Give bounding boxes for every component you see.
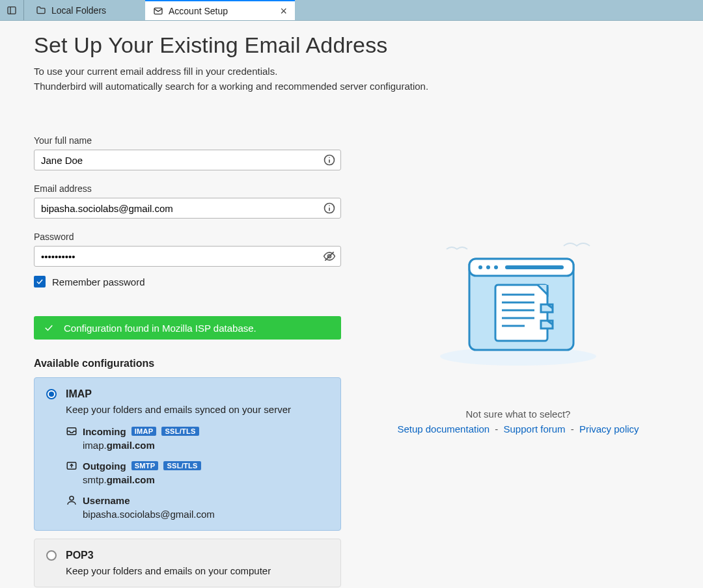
close-icon[interactable]: × — [260, 5, 287, 17]
folder-icon — [36, 5, 46, 16]
svg-rect-0 — [8, 7, 16, 14]
outgoing-label: Outgoing — [83, 461, 126, 472]
checkbox-checked-icon — [34, 276, 46, 287]
info-icon[interactable] — [323, 154, 336, 167]
page-title: Set Up Your Existing Email Address — [34, 33, 669, 58]
name-input[interactable] — [34, 150, 341, 170]
name-label: Your full name — [34, 135, 341, 146]
svg-point-14 — [70, 496, 74, 500]
folder-pane-toggle[interactable] — [0, 0, 23, 20]
tab-bar: Local Folders Account Setup × — [0, 0, 703, 21]
password-input[interactable] — [34, 246, 341, 267]
pop3-title: POP3 — [66, 550, 94, 561]
radio-checked-icon — [46, 389, 57, 399]
status-success: Configuration found in Mozilla ISP datab… — [34, 316, 341, 340]
svg-point-18 — [478, 265, 482, 269]
radio-unchecked-icon — [46, 550, 57, 561]
config-option-pop3[interactable]: POP3 Keep your folders and emails on you… — [34, 539, 341, 587]
config-option-imap[interactable]: IMAP Keep your folders and emails synced… — [34, 377, 341, 531]
support-forum-link[interactable]: Support forum — [504, 423, 566, 434]
svg-point-19 — [486, 265, 490, 269]
imap-desc: Keep your folders and emails synced on y… — [66, 404, 329, 415]
user-icon — [66, 494, 77, 506]
remember-password-checkbox[interactable]: Remember password — [34, 276, 341, 287]
eye-off-icon[interactable] — [323, 250, 336, 263]
remember-password-label: Remember password — [52, 276, 145, 287]
mail-settings-icon — [153, 6, 163, 16]
inbox-icon — [66, 425, 77, 437]
svg-rect-21 — [505, 265, 564, 269]
check-icon — [43, 322, 55, 334]
helper-text: Not sure what to select? — [466, 408, 571, 420]
pop3-desc: Keep your folders and emails on your com… — [66, 565, 329, 576]
username-value: bipasha.sociolabs@gmail.com — [83, 509, 329, 520]
divider — [23, 0, 24, 20]
svg-rect-22 — [495, 285, 547, 341]
privacy-link[interactable]: Privacy policy — [579, 423, 639, 434]
tab-label: Account Setup — [169, 6, 228, 16]
illustration-icon — [434, 239, 603, 369]
password-label: Password — [34, 232, 341, 242]
email-label: Email address — [34, 183, 341, 194]
incoming-label: Incoming — [83, 426, 126, 437]
info-icon[interactable] — [323, 202, 336, 215]
badge-ssl: SSL/TLS — [163, 461, 200, 470]
svg-point-8 — [329, 205, 330, 206]
username-label: Username — [83, 495, 130, 506]
tab-label: Local Folders — [51, 5, 106, 16]
page-subtitle: To use your current email address fill i… — [34, 64, 669, 94]
incoming-host: imap.gmail.com — [83, 440, 329, 451]
badge-ssl: SSL/TLS — [161, 427, 199, 436]
svg-point-5 — [329, 157, 330, 158]
helper-links: Setup documentation - Support forum - Pr… — [397, 423, 639, 434]
svg-point-20 — [494, 265, 498, 269]
outgoing-host: smtp.gmail.com — [83, 474, 329, 485]
badge-imap: IMAP — [131, 427, 157, 436]
tab-local-folders[interactable]: Local Folders — [28, 0, 145, 20]
badge-smtp: SMTP — [131, 461, 159, 470]
setup-doc-link[interactable]: Setup documentation — [397, 423, 489, 434]
email-input[interactable] — [34, 198, 341, 219]
tab-account-setup[interactable]: Account Setup × — [145, 0, 295, 20]
available-config-heading: Available configurations — [34, 358, 341, 369]
imap-title: IMAP — [66, 388, 92, 400]
outbox-icon — [66, 460, 77, 472]
